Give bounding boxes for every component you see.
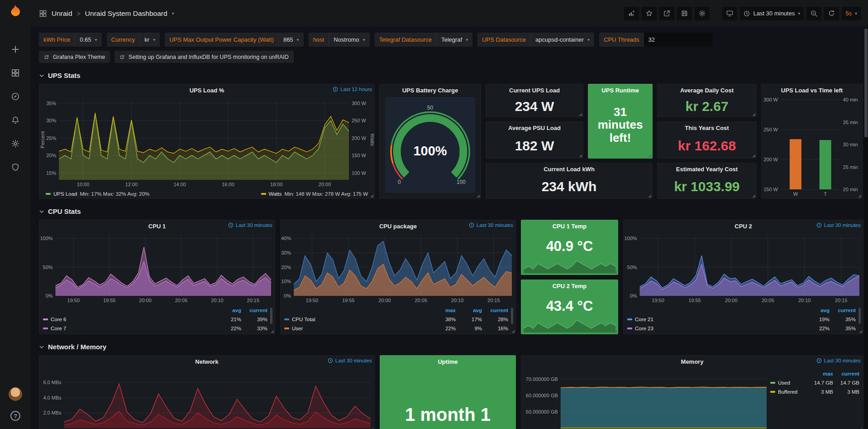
panel-title[interactable]: Average PSU Load: [508, 125, 561, 131]
legend-item[interactable]: Core 2119%35%: [627, 315, 856, 324]
legend-header[interactable]: maxcurrent: [770, 369, 859, 378]
variable-value-dropdown[interactable]: Nostromo▾: [329, 33, 369, 47]
cpu-package-chart[interactable]: 40%30%20%10%0%19:5019:5520:0020:0520:102…: [281, 232, 515, 305]
legend-header[interactable]: avgcurrent: [627, 306, 856, 315]
battery-gauge[interactable]: 050100100%: [385, 97, 475, 193]
dashboard-settings-gear-icon[interactable]: [695, 7, 710, 20]
legend-item[interactable]: Core 2322%35%: [627, 324, 856, 333]
panel-title[interactable]: UPS Load vs Time left: [781, 87, 843, 94]
section-network-memory[interactable]: Network / Memory: [39, 342, 863, 352]
dashboard-link-ups-monitoring-guide[interactable]: Setting up Grafana and InfluxDB for UPS …: [114, 51, 294, 63]
save-button[interactable]: [677, 7, 692, 20]
panel-resize-handle[interactable]: [858, 194, 861, 198]
svg-text:50: 50: [427, 105, 434, 111]
svg-text:W: W: [793, 191, 798, 197]
legend-header[interactable]: avgcurrent: [43, 306, 267, 315]
panel-title[interactable]: Average Daily Cost: [680, 87, 734, 94]
help-icon[interactable]: ?: [10, 411, 20, 421]
variable-value-dropdown[interactable]: 0.65▾: [75, 33, 101, 47]
legend-item[interactable]: Buffered3 MB3 MB: [770, 387, 859, 396]
panel-resize-handle[interactable]: [752, 154, 755, 157]
dashboard-title[interactable]: Unraid System Dashboard: [85, 10, 167, 18]
panel-resize-handle[interactable]: [579, 113, 582, 116]
scrollbar-thumb[interactable]: [864, 29, 868, 137]
memory-chart[interactable]: 70.000000 GB60.000000 GB50.000000 GB: [521, 367, 770, 429]
cycle-view-monitor-icon[interactable]: [722, 7, 737, 20]
variable-value-dropdown[interactable]: kr▾: [139, 33, 160, 47]
legend-item[interactable]: Core 621%39%: [43, 315, 267, 324]
panel-title[interactable]: Estimated Yearly Cost: [676, 166, 738, 173]
section-cpu-stats[interactable]: CPU Stats: [39, 207, 863, 216]
panel-resize-handle[interactable]: [648, 194, 651, 198]
variable-value-dropdown[interactable]: Telegraf▾: [436, 33, 472, 47]
panel-resize-handle[interactable]: [511, 330, 515, 333]
panel-title[interactable]: UPS Battery Charge: [402, 87, 458, 94]
refresh-button[interactable]: [824, 7, 839, 20]
svg-text:19:55: 19:55: [342, 298, 355, 303]
breadcrumb-folder[interactable]: Unraid: [52, 10, 72, 18]
panel-resize-handle[interactable]: [752, 113, 755, 116]
user-avatar[interactable]: [9, 387, 22, 401]
svg-text:300 W: 300 W: [763, 97, 778, 102]
panel-title[interactable]: Network: [195, 358, 218, 365]
zoom-out-button[interactable]: [806, 7, 821, 20]
variable-value-dropdown[interactable]: 865▾: [278, 33, 304, 47]
star-button[interactable]: [642, 7, 657, 20]
panel-resize-handle[interactable]: [648, 154, 651, 157]
external-link-icon: [119, 54, 125, 60]
legend-item[interactable]: CPU Total38%17%28%: [284, 315, 508, 324]
panel-title[interactable]: Current UPS Load: [509, 87, 560, 94]
explore-icon[interactable]: [8, 91, 23, 102]
panel-resize-handle[interactable]: [859, 330, 862, 333]
panel-title[interactable]: CPU 2 Temp: [553, 283, 587, 289]
network-chart[interactable]: 6.0 MBs4.0 MBs2.0 MBs: [39, 367, 374, 429]
legend-item[interactable]: User22%9%16%: [284, 324, 508, 333]
cpu1-chart[interactable]: 100%50%0%19:5019:5520:0020:0520:1020:15: [39, 232, 275, 305]
dashboards-icon[interactable]: [8, 67, 23, 78]
legend-item[interactable]: Used14.7 GB14.7 GB: [770, 378, 859, 387]
cpu-threads-input[interactable]: [644, 33, 713, 47]
panel-title[interactable]: CPU package: [379, 223, 417, 230]
legend-item[interactable]: UPS LoadMin: 17% Max: 32% Avg: 20%: [46, 191, 149, 197]
panel-title[interactable]: UPS Load %: [190, 87, 224, 94]
panel-resize-handle[interactable]: [271, 330, 274, 333]
panel-resize-handle[interactable]: [614, 330, 617, 333]
panel-header: Current Load kWh: [486, 163, 652, 175]
configuration-gear-icon[interactable]: [8, 138, 23, 149]
panel-title[interactable]: Uptime: [438, 358, 458, 365]
panel-title[interactable]: This Years Cost: [685, 125, 729, 131]
scrollbar[interactable]: [864, 27, 868, 429]
svg-text:100%: 100%: [624, 236, 637, 241]
section-ups-stats[interactable]: UPS Stats: [39, 71, 863, 80]
panel-resize-handle[interactable]: [579, 154, 582, 157]
cpu2-chart[interactable]: 100%50%0%19:5019:5520:0020:0520:1020:15: [624, 232, 863, 305]
panel-title[interactable]: CPU 1: [148, 223, 166, 230]
ups-load-vs-time-chart[interactable]: 300 W250 W200 W150 W40 min35 min30 min25…: [762, 96, 862, 198]
legend-item[interactable]: WattsMin: 148 W Max: 278 W Avg: 175 W: [261, 191, 368, 197]
panel-title[interactable]: CPU 2: [734, 223, 752, 230]
create-icon[interactable]: [8, 44, 23, 55]
alerting-bell-icon[interactable]: [8, 115, 23, 125]
share-button[interactable]: [659, 7, 674, 20]
svg-text:10%: 10%: [281, 279, 291, 284]
panel-title[interactable]: Current Load kWh: [544, 166, 595, 173]
legend-item[interactable]: Core 722%33%: [43, 324, 267, 333]
svg-text:20:15: 20:15: [487, 298, 500, 303]
add-panel-button[interactable]: [624, 7, 639, 20]
dashboard-link-grafana-plex-theme[interactable]: Grafana Plex Theme: [39, 51, 110, 63]
grafana-logo-icon[interactable]: [8, 4, 23, 19]
legend-header[interactable]: maxavgcurrent: [284, 306, 508, 315]
panel-title[interactable]: CPU 1 Temp: [553, 223, 587, 230]
refresh-interval-dropdown[interactable]: 5s ▾: [842, 7, 861, 20]
panel-title[interactable]: UPS Runtime: [601, 87, 639, 94]
panel-resize-handle[interactable]: [477, 194, 480, 198]
ups-load-chart[interactable]: 35%30%25%20%15%300 W250 W200 W150 W100 W…: [39, 96, 374, 189]
server-admin-shield-icon[interactable]: [8, 162, 23, 173]
panel-resize-handle[interactable]: [752, 194, 755, 198]
variable-value-dropdown[interactable]: apcupsd-container▾: [530, 33, 594, 47]
time-range-picker[interactable]: Last 30 minutes ▾: [740, 7, 804, 20]
svg-text:19:55: 19:55: [103, 298, 116, 303]
panel-title[interactable]: Memory: [681, 358, 704, 365]
panel-resize-handle[interactable]: [370, 194, 373, 198]
panel-resize-handle[interactable]: [614, 270, 617, 274]
